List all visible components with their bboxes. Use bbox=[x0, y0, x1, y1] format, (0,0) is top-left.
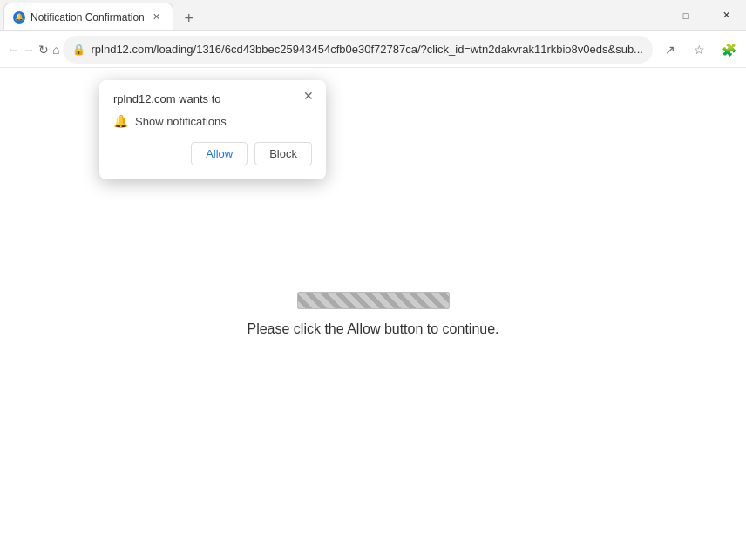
tab-strip: 🔔 Notification Confirmation ✕ + bbox=[0, 0, 201, 30]
new-tab-button[interactable]: + bbox=[177, 6, 201, 30]
page-content: Please click the Allow button to continu… bbox=[247, 292, 498, 337]
address-bar[interactable]: 🔒 rplnd12.com/loading/1316/6cd43bbec2594… bbox=[63, 36, 652, 64]
toolbar-right-buttons: ↗ ☆ 🧩 👤 ⋮ bbox=[656, 36, 746, 64]
tab-close-button[interactable]: ✕ bbox=[150, 10, 164, 24]
active-tab[interactable]: 🔔 Notification Confirmation ✕ bbox=[3, 3, 173, 30]
minimize-button[interactable]: — bbox=[626, 0, 666, 31]
block-button[interactable]: Block bbox=[254, 142, 312, 165]
window-controls: — □ ✕ bbox=[626, 0, 746, 31]
forward-button[interactable]: → bbox=[23, 36, 35, 64]
address-text: rplnd12.com/loading/1316/6cd43bbec259434… bbox=[91, 43, 642, 56]
close-button[interactable]: ✕ bbox=[706, 0, 746, 31]
titlebar: 🔔 Notification Confirmation ✕ + — □ ✕ bbox=[0, 0, 746, 31]
popup-buttons: Allow Block bbox=[113, 142, 312, 165]
share-button[interactable]: ↗ bbox=[656, 36, 684, 64]
browser-content: ✕ rplnd12.com wants to 🔔 Show notificati… bbox=[0, 68, 746, 560]
extension-button[interactable]: 🧩 bbox=[715, 36, 743, 64]
tab-title: Notification Confirmation bbox=[31, 11, 145, 24]
popup-title: rplnd12.com wants to bbox=[113, 92, 312, 105]
bookmark-button[interactable]: ☆ bbox=[686, 36, 714, 64]
tab-favicon: 🔔 bbox=[13, 11, 25, 24]
popup-permission: 🔔 Show notifications bbox=[113, 114, 312, 128]
popup-close-button[interactable]: ✕ bbox=[300, 87, 317, 105]
refresh-button[interactable]: ↻ bbox=[38, 36, 49, 64]
allow-button[interactable]: Allow bbox=[191, 142, 248, 165]
progress-bar bbox=[297, 292, 450, 309]
notification-bell-icon: 🔔 bbox=[113, 114, 128, 128]
lock-icon: 🔒 bbox=[72, 44, 85, 56]
permission-text: Show notifications bbox=[135, 115, 227, 128]
page-message: Please click the Allow button to continu… bbox=[247, 321, 498, 337]
home-button[interactable]: ⌂ bbox=[52, 36, 59, 64]
back-button[interactable]: ← bbox=[7, 36, 19, 64]
toolbar: ← → ↻ ⌂ 🔒 rplnd12.com/loading/1316/6cd43… bbox=[0, 31, 746, 68]
notification-popup: ✕ rplnd12.com wants to 🔔 Show notificati… bbox=[99, 80, 326, 179]
maximize-button[interactable]: □ bbox=[666, 0, 706, 31]
